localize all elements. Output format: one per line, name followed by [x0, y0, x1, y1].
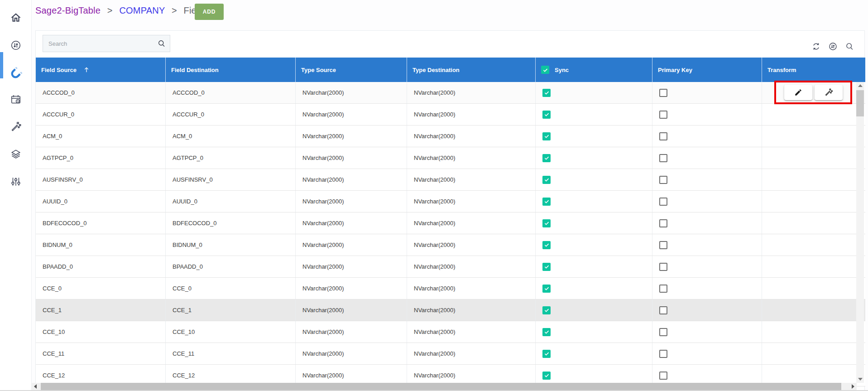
table-row[interactable]: BDFECOCOD_0 BDFECOCOD_0 NVarchar(2000) N…: [36, 212, 865, 234]
field-destination-cell: CCE_0: [165, 278, 295, 299]
sidebar-item-settings[interactable]: [0, 171, 32, 193]
magnet-icon: [8, 65, 24, 82]
transform-cell: [762, 169, 865, 190]
search-box: [43, 35, 170, 52]
table-row[interactable]: AGTPCP_0 AGTPCP_0 NVarchar(2000) NVarcha…: [36, 147, 865, 169]
primary-key-checkbox[interactable]: [659, 154, 667, 162]
sync-checkbox[interactable]: [542, 154, 551, 162]
column-header-field-source[interactable]: Field Source: [36, 58, 165, 82]
primary-key-checkbox[interactable]: [659, 219, 667, 227]
field-destination-cell: BDFECOCOD_0: [165, 212, 295, 234]
sync-checkbox[interactable]: [542, 132, 551, 140]
table-row[interactable]: ACM_0 ACM_0 NVarchar(2000) NVarchar(2000…: [36, 126, 865, 147]
auto-map-button[interactable]: [815, 85, 843, 100]
primary-key-cell: [652, 147, 762, 169]
column-header-type-source[interactable]: Type Source: [295, 58, 407, 82]
sidebar-item-connections[interactable]: [0, 34, 32, 56]
sort-ascending-icon[interactable]: [83, 66, 90, 73]
type-destination-cell: NVarchar(2000): [407, 299, 535, 321]
sync-cell: [535, 234, 652, 256]
sync-checkbox[interactable]: [542, 176, 551, 184]
table-row[interactable]: ACCCOD_0 ACCCOD_0 NVarchar(2000) NVarcha…: [36, 82, 865, 104]
primary-key-checkbox[interactable]: [659, 132, 667, 140]
search-input[interactable]: [43, 35, 170, 52]
sync-icon[interactable]: [828, 42, 838, 51]
primary-key-checkbox[interactable]: [659, 306, 667, 314]
sync-checkbox[interactable]: [542, 350, 551, 358]
sidebar-item-home[interactable]: [0, 7, 32, 29]
sync-all-checkbox[interactable]: [541, 66, 549, 74]
type-destination-cell: NVarchar(2000): [407, 126, 535, 147]
table-row[interactable]: AUSFINSRV_0 AUSFINSRV_0 NVarchar(2000) N…: [36, 169, 865, 191]
sidebar-item-mappings[interactable]: [0, 63, 32, 84]
search-icon[interactable]: [157, 39, 166, 48]
column-header-type-destination[interactable]: Type Destination: [407, 58, 535, 82]
add-button[interactable]: ADD: [195, 4, 224, 20]
primary-key-checkbox[interactable]: [659, 89, 667, 97]
primary-key-checkbox[interactable]: [659, 328, 667, 336]
primary-key-cell: [652, 212, 762, 234]
sync-checkbox[interactable]: [542, 198, 551, 206]
table-row[interactable]: CCE_0 CCE_0 NVarchar(2000) NVarchar(2000…: [36, 278, 865, 299]
table-row[interactable]: ACCCUR_0 ACCCUR_0 NVarchar(2000) NVarcha…: [36, 104, 865, 126]
horizontal-scroll-thumb[interactable]: [41, 383, 841, 390]
field-destination-cell: AUSFINSRV_0: [165, 169, 295, 190]
column-header-primary-key[interactable]: Primary Key: [652, 58, 762, 82]
vertical-scroll-thumb[interactable]: [856, 90, 864, 116]
field-destination-cell: CCE_1: [165, 299, 295, 321]
table-row[interactable]: CCE_1 CCE_1 NVarchar(2000) NVarchar(2000…: [36, 299, 865, 321]
scroll-up-arrow[interactable]: [858, 84, 863, 87]
field-destination-cell: ACCCUR_0: [165, 104, 295, 125]
table-row[interactable]: CCE_10 CCE_10 NVarchar(2000) NVarchar(20…: [36, 321, 865, 343]
sidebar-item-transform[interactable]: [0, 116, 32, 138]
primary-key-checkbox[interactable]: [659, 285, 667, 293]
magic-wand-icon: [824, 88, 833, 97]
sync-checkbox[interactable]: [542, 219, 551, 227]
primary-key-checkbox[interactable]: [659, 263, 667, 271]
breadcrumb-company[interactable]: COMPANY: [119, 5, 165, 15]
sync-checkbox[interactable]: [542, 285, 551, 293]
primary-key-checkbox[interactable]: [659, 176, 667, 184]
vertical-scrollbar[interactable]: [856, 82, 864, 383]
search-icon[interactable]: [845, 42, 854, 51]
sync-checkbox[interactable]: [542, 328, 551, 336]
sidebar-item-layers[interactable]: [0, 143, 32, 165]
column-header-field-destination[interactable]: Field Destination: [165, 58, 295, 82]
table-row[interactable]: BPAADD_0 BPAADD_0 NVarchar(2000) NVarcha…: [36, 256, 865, 278]
primary-key-checkbox[interactable]: [659, 372, 667, 380]
table-row[interactable]: AUUID_0 AUUID_0 NVarchar(2000) NVarchar(…: [36, 191, 865, 212]
scroll-left-arrow[interactable]: [34, 384, 37, 389]
column-header-sync[interactable]: Sync: [535, 58, 652, 82]
primary-key-checkbox[interactable]: [659, 241, 667, 249]
transform-cell: [762, 256, 865, 277]
sidebar: [0, 0, 32, 390]
sync-checkbox[interactable]: [542, 111, 551, 119]
breadcrumb-table[interactable]: Sage2-BigTable: [35, 5, 101, 15]
primary-key-checkbox[interactable]: [659, 198, 667, 206]
type-destination-cell: NVarchar(2000): [407, 169, 535, 190]
table-row[interactable]: BIDNUM_0 BIDNUM_0 NVarchar(2000) NVarcha…: [36, 234, 865, 256]
sync-checkbox[interactable]: [542, 306, 551, 314]
sync-checkbox[interactable]: [542, 372, 551, 380]
sidebar-item-scheduler[interactable]: [0, 89, 32, 111]
scroll-down-arrow[interactable]: [858, 378, 863, 381]
sync-checkbox[interactable]: [542, 263, 551, 271]
horizontal-scrollbar[interactable]: [32, 383, 857, 390]
refresh-icon[interactable]: [811, 42, 821, 51]
primary-key-cell: [652, 278, 762, 299]
column-header-transform[interactable]: Transform: [762, 58, 865, 82]
table-row[interactable]: CCE_11 CCE_11 NVarchar(2000) NVarchar(20…: [36, 343, 865, 365]
field-source-cell: CCE_1: [36, 299, 165, 321]
sync-cell: [535, 147, 652, 169]
edit-transform-button[interactable]: [784, 85, 812, 100]
transform-cell: [762, 82, 865, 103]
sync-checkbox[interactable]: [542, 89, 551, 97]
scroll-right-arrow[interactable]: [852, 384, 854, 389]
primary-key-checkbox[interactable]: [659, 111, 667, 119]
primary-key-cell: [652, 343, 762, 364]
field-destination-cell: CCE_11: [165, 343, 295, 364]
sync-checkbox[interactable]: [542, 241, 551, 249]
primary-key-checkbox[interactable]: [659, 350, 667, 358]
type-destination-cell: NVarchar(2000): [407, 343, 535, 364]
type-destination-cell: NVarchar(2000): [407, 234, 535, 256]
